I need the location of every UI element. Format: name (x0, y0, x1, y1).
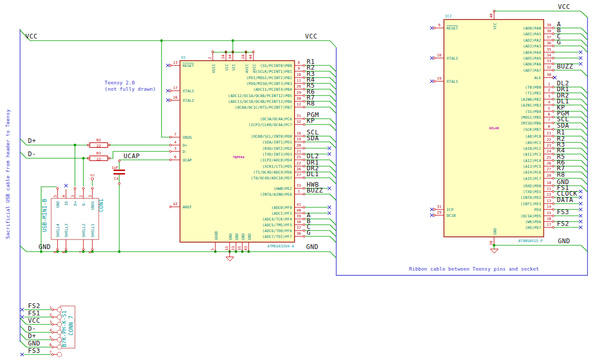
pin-end (552, 147, 554, 149)
ic2-pin-12-name: (INT0)PD2 (520, 195, 541, 200)
net-label-buzz: BUZZ (307, 187, 323, 194)
wire (581, 178, 587, 185)
pin-end (552, 27, 554, 29)
ic2-pin-33-number: 33 (547, 59, 551, 63)
pin-end (303, 224, 305, 226)
u1-pin-36-number: 36 (297, 232, 301, 236)
ic2-pin-3-number: 3 (548, 94, 550, 99)
wire (330, 172, 336, 178)
u1-pin-7-number: 7 (174, 132, 176, 137)
ic2-pin-32-number: 32 (547, 65, 551, 70)
pin-end (552, 45, 554, 47)
ic2-pin-27-number: 27 (547, 167, 551, 171)
pin-end (303, 82, 305, 84)
pin-end (552, 165, 554, 167)
conn7-pin-circle (57, 352, 61, 357)
ic2-pin-16-name: (WR)PD6 (525, 219, 541, 224)
pin-end (303, 171, 305, 173)
ic2-pin-22-number: 22 (547, 138, 551, 142)
net-label-fs2: FS2 (557, 220, 569, 227)
ic2-pin-5-name: (SS)PB4 (525, 109, 541, 114)
ic2-pin-2-number: 2 (548, 88, 550, 92)
u1-pin-39-number: 39 (297, 214, 301, 218)
net-label-vcc: VCC (28, 317, 40, 324)
net-label-dminus: D- (28, 150, 36, 158)
pin-end (552, 110, 554, 112)
pin-end (552, 190, 554, 193)
u1-pin-33-name: (HWB)PE2 (273, 186, 292, 191)
pin-end (303, 218, 305, 220)
wire (581, 172, 587, 178)
pin-end (56, 248, 59, 251)
u1-pin-25-number: 25 (297, 155, 301, 159)
ic2-pin-7-name: (MISO)PB6 (520, 121, 541, 126)
pin-end (52, 339, 54, 341)
pin-end (552, 208, 554, 210)
u1-value: ATMEGA32U4-A (267, 244, 294, 248)
wire (581, 40, 587, 46)
conn7-pin-circle (57, 308, 61, 312)
conn7-pin-7-number: 7 (50, 350, 52, 355)
u1-pin-44-number: 44 (249, 55, 253, 59)
pin-end (169, 99, 172, 101)
c4-ref: C4 (114, 177, 118, 181)
ic2-pin-16-number: 16 (547, 217, 551, 221)
u1-pin-34-number: 34 (228, 55, 232, 59)
u1-pin-11-name: (PDO/MISO/PCINT3)PB3 (246, 81, 292, 86)
u1-pin-41-name: (ADC0)PF0 (271, 205, 292, 210)
pin-end (552, 51, 554, 53)
note-teensy-1: Teensy 2.0 (105, 80, 135, 85)
u1-pin-32-name: (ICP3/CLK0/OC4A)PC7 (249, 122, 292, 127)
ic2-pin-37-name: (AD2)PA2 (523, 38, 541, 43)
u1-pin-5-number: 5 (211, 248, 215, 251)
resistor-r3[interactable]: R3 22 (87, 151, 110, 161)
ic2-pin-32-name: (AD7)PA7 (523, 68, 541, 73)
u1-pin-24-number: 24 (241, 55, 245, 59)
pin-end (56, 187, 59, 189)
u1-pin-6-number: 6 (174, 155, 176, 159)
wire (20, 333, 26, 340)
u1-pin-3-name: D- (183, 149, 187, 154)
ic2-pin-22-name: (A9)PC1 (525, 140, 541, 145)
wire (330, 219, 336, 225)
con1-pin-4-number: 4 (62, 195, 66, 197)
wire (581, 123, 587, 129)
u1-pin-10-number: 10 (297, 73, 301, 77)
con1-pin-9-number: 9 (53, 251, 58, 253)
r2-ref: R2 (97, 138, 101, 142)
net-label-fs3: FS3 (557, 208, 569, 216)
ic2-pin-8-name: (SCK)PB7 (523, 127, 541, 132)
wire (330, 124, 336, 131)
con1-pin-1-number: 1 (88, 195, 92, 197)
wire (581, 34, 587, 40)
u1-pin-21-name: (TXD/INT3)PD3 (262, 152, 292, 157)
con1-pin-7-number: 7 (79, 251, 83, 253)
u1-pin-27-number: 27 (297, 173, 301, 177)
u1-pin-29-number: 29 (297, 91, 301, 95)
conn7-pin-1-number: 1 (50, 305, 52, 310)
ic2-pin-28-number: 28 (547, 174, 551, 178)
capacitor-c4[interactable]: 1uF C4 (111, 160, 125, 185)
ic2-pin-18-name: XTAL2 (447, 56, 458, 61)
wire (581, 136, 587, 142)
pin-end (552, 104, 554, 106)
u1-pin-35-name: GND (241, 233, 245, 240)
ic2-pin-25-number: 25 (547, 156, 551, 160)
u1-pin-27-name: (T0/OC4D/ADC10)PD7 (251, 176, 292, 180)
ic2-pin-9-number: 9 (438, 23, 440, 27)
wire (20, 341, 26, 347)
wire (581, 28, 587, 34)
r2-value: 22 (97, 144, 101, 148)
u1-pin-11-number: 11 (297, 79, 301, 83)
resistor-r2[interactable]: R2 22 (87, 138, 110, 148)
net-label-gnd-u1: GND (306, 243, 318, 251)
pin-end (303, 141, 305, 143)
conn7-ref: CONN_7 (68, 315, 74, 336)
ic2-pin-34-name: (AD5)PA5 (523, 56, 541, 61)
pin-end (52, 309, 54, 311)
pin-end (52, 323, 54, 325)
pin-end (552, 39, 554, 41)
u1-pin-7-name: VBUS (183, 135, 192, 140)
pin-end (169, 206, 172, 208)
u1-pin-40-name: (ADC1)PF1 (271, 211, 292, 216)
